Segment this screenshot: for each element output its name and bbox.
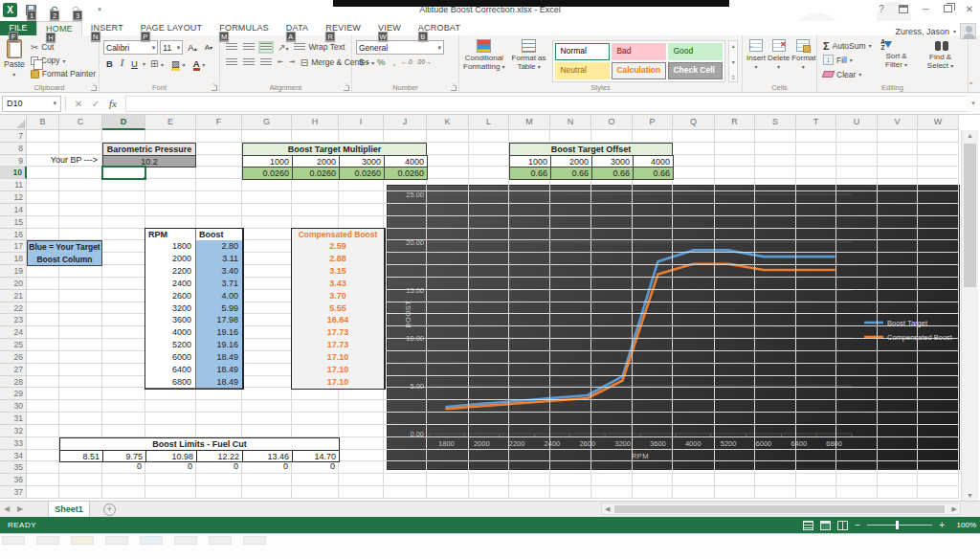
- cell-rpm-3200[interactable]: 3200: [145, 302, 196, 316]
- tab-acrobat[interactable]: ACROBATB: [410, 21, 469, 35]
- row-header-17[interactable]: 17: [0, 240, 27, 253]
- font-dialog-launcher[interactable]: [212, 85, 217, 91]
- active-cell-D10[interactable]: [101, 166, 146, 180]
- italic-button[interactable]: I: [118, 56, 126, 71]
- cell-boost-limit-3[interactable]: 12.22: [196, 450, 243, 463]
- row-header-7[interactable]: 7: [0, 130, 27, 143]
- ribbon-display-options-button[interactable]: [897, 3, 910, 15]
- column-header-H[interactable]: H: [292, 115, 339, 130]
- number-format-select[interactable]: General▾: [356, 40, 444, 55]
- font-size-select[interactable]: 11▾: [160, 40, 183, 55]
- cell-boost-target-offset-rpm-4000[interactable]: 4000: [633, 155, 674, 168]
- cell-limit-zero-4[interactable]: 0: [292, 461, 339, 474]
- expand-formula-bar-icon[interactable]: ▾: [967, 100, 980, 107]
- column-header-L[interactable]: L: [469, 115, 509, 130]
- row-header-12[interactable]: 12: [0, 191, 27, 204]
- increase-decimal-button[interactable]: ←.0: [400, 58, 413, 65]
- sheet-nav-right-icon[interactable]: ▶: [13, 502, 27, 517]
- cell-boost-target-offset-value-1[interactable]: 0.66: [550, 167, 592, 180]
- cell-limit-zero-3[interactable]: 0: [242, 461, 292, 474]
- tab-page-layout[interactable]: PAGE LAYOUTP: [132, 21, 211, 35]
- column-header-C[interactable]: C: [59, 115, 102, 130]
- fill-button[interactable]: ↓Fill ▾: [821, 53, 874, 67]
- borders-button[interactable]: ⊞ ▾: [147, 56, 167, 71]
- restore-button[interactable]: [941, 3, 954, 15]
- insert-cells-button[interactable]: Insert▾: [746, 38, 766, 82]
- column-header-N[interactable]: N: [550, 115, 591, 130]
- row-header-22[interactable]: 22: [0, 302, 27, 315]
- cell-boost-target-offset-header[interactable]: Boost Target Offset: [509, 143, 673, 156]
- collapse-ribbon-button[interactable]: ⌃: [968, 81, 974, 90]
- horizontal-scrollbar[interactable]: ◀ ▶: [601, 503, 961, 515]
- name-box[interactable]: D10▾: [2, 96, 61, 112]
- align-center-button[interactable]: [241, 57, 256, 68]
- vertical-scroll-thumb[interactable]: [964, 144, 976, 287]
- zoom-slider[interactable]: [867, 525, 932, 525]
- cell-rpm-header[interactable]: RPM: [145, 229, 196, 242]
- cell-rpm-2000[interactable]: 2000: [145, 253, 196, 266]
- normal-view-button[interactable]: [803, 521, 813, 530]
- cell-rpm-1800[interactable]: 1800: [145, 240, 196, 254]
- row-header-33[interactable]: 33: [0, 437, 27, 450]
- copy-button[interactable]: Copy ▾: [29, 54, 98, 67]
- align-top-button[interactable]: [224, 42, 239, 53]
- row-header-34[interactable]: 34: [0, 450, 27, 462]
- account-chip[interactable]: Zuress, Jason ▾: [895, 23, 976, 39]
- cell-compensated-boost-3[interactable]: 3.43: [292, 278, 384, 291]
- number-dialog-launcher[interactable]: [451, 85, 457, 91]
- cell-boost-6800[interactable]: 18.49: [196, 376, 242, 390]
- cell-limit-zero-1[interactable]: 0: [145, 461, 196, 474]
- cell-rpm-2600[interactable]: 2600: [145, 290, 196, 303]
- style-calculation[interactable]: Calculation: [612, 62, 666, 79]
- zoom-in-icon[interactable]: +: [939, 521, 945, 530]
- cell-boost-target-offset-rpm-1000[interactable]: 1000: [509, 155, 551, 168]
- worksheet-grid[interactable]: 0.005.0010.0015.0020.0025.00180020002200…: [0, 115, 980, 501]
- clear-button[interactable]: Clear ▾: [821, 67, 874, 81]
- scroll-right-icon[interactable]: ▶: [952, 504, 957, 514]
- tab-file[interactable]: FILEF: [0, 21, 36, 35]
- align-right-button[interactable]: [258, 57, 274, 68]
- row-header-9[interactable]: 9: [0, 155, 27, 168]
- row-header-24[interactable]: 24: [0, 326, 27, 339]
- tab-data[interactable]: DATAA: [278, 21, 317, 35]
- cell-boost-limit-2[interactable]: 10.98: [145, 450, 197, 463]
- column-header-G[interactable]: G: [242, 115, 292, 130]
- align-middle-button[interactable]: [241, 42, 256, 53]
- cell-rpm-4000[interactable]: 4000: [145, 326, 196, 340]
- page-layout-view-button[interactable]: [820, 521, 831, 530]
- cell-compensated-boost-11[interactable]: 17.10: [292, 376, 384, 390]
- percent-button[interactable]: %: [374, 56, 388, 67]
- column-header-J[interactable]: J: [384, 115, 427, 130]
- column-header-V[interactable]: V: [878, 115, 918, 130]
- column-header-T[interactable]: T: [796, 115, 836, 130]
- grow-font-button[interactable]: A▴: [185, 40, 199, 55]
- style-normal[interactable]: Normal: [555, 43, 610, 60]
- increase-indent-button[interactable]: ⇥: [287, 57, 297, 67]
- find-select-button[interactable]: Find &Select ▾: [922, 38, 962, 82]
- tab-review[interactable]: REVIEWR: [317, 21, 369, 35]
- column-header-M[interactable]: M: [509, 115, 550, 130]
- minimize-button[interactable]: ─: [919, 3, 932, 15]
- cell-boost-1800[interactable]: 2.80: [196, 240, 242, 254]
- font-family-select[interactable]: Calibri▾: [103, 40, 158, 55]
- align-bottom-button[interactable]: [258, 42, 274, 53]
- cell-rpm-6000[interactable]: 6000: [145, 351, 196, 365]
- bold-button[interactable]: B: [103, 56, 116, 71]
- row-header-27[interactable]: 27: [0, 364, 27, 376]
- cell-boost-target-multiplier-value-1[interactable]: 0.0260: [292, 167, 340, 180]
- row-header-36[interactable]: 36: [0, 474, 27, 486]
- underline-button[interactable]: U: [128, 56, 141, 71]
- fill-handle[interactable]: [143, 176, 146, 180]
- paste-button[interactable]: Paste ▾: [4, 38, 25, 82]
- row-header-18[interactable]: 18: [0, 253, 27, 265]
- cell-boost-target-multiplier-value-0[interactable]: 0.0260: [242, 167, 293, 180]
- cell-compensated-boost-5[interactable]: 5.55: [292, 302, 384, 316]
- row-header-20[interactable]: 20: [0, 278, 27, 290]
- scroll-up-icon[interactable]: ▲: [962, 132, 978, 139]
- cell-boost-target-offset-value-0[interactable]: 0.66: [509, 167, 551, 180]
- cell-rpm-3600[interactable]: 3600: [145, 314, 196, 327]
- alignment-dialog-launcher[interactable]: [344, 85, 349, 91]
- cell-boost-3200[interactable]: 5.99: [196, 302, 242, 316]
- font-color-button[interactable]: A ▾: [190, 56, 209, 71]
- cell-compensated-boost-10[interactable]: 17.10: [292, 364, 384, 377]
